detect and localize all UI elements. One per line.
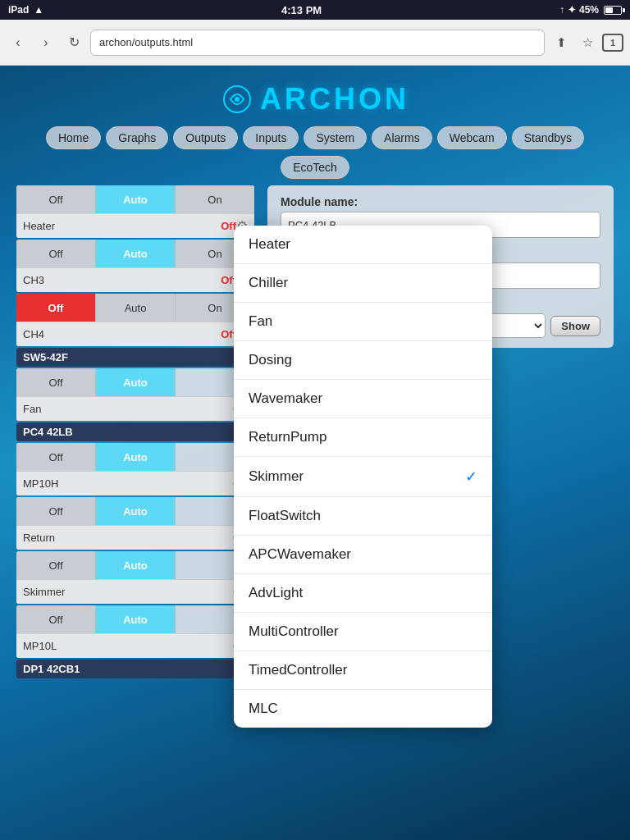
nav: Home Graphs Outputs Inputs System Alarms… bbox=[16, 126, 614, 149]
channel-controls-ch4: Off Auto On bbox=[16, 294, 254, 322]
dropdown-item-skimmer[interactable]: Skimmer ✓ bbox=[234, 457, 492, 497]
mp10l-auto-btn[interactable]: Auto bbox=[96, 605, 176, 633]
return-auto-btn[interactable]: Auto bbox=[96, 497, 176, 525]
channel-list: Off Auto On Heater Off ⚙ Off Auto bbox=[16, 185, 254, 678]
ch4-name: CH4 bbox=[23, 328, 221, 340]
bluetooth-icon: ✦ bbox=[568, 4, 576, 16]
logo-icon bbox=[221, 83, 253, 116]
tab-count[interactable]: 1 bbox=[602, 34, 623, 52]
dropdown-item-wavemaker[interactable]: Wavemaker bbox=[234, 380, 492, 418]
mp10l-info-row: MP10L On bbox=[16, 633, 254, 658]
skimmer-info-row: Skimmer On bbox=[16, 579, 254, 604]
mp10h-auto-btn[interactable]: Auto bbox=[96, 443, 176, 471]
browser-chrome: ‹ › ↻ archon/outputs.html ⬆ ☆ 1 bbox=[0, 20, 630, 66]
mp10h-info-row: MP10H On bbox=[16, 471, 254, 495]
dropdown-item-timedcontroller[interactable]: TimedController bbox=[234, 651, 492, 690]
dropdown-item-chiller[interactable]: Chiller bbox=[234, 264, 492, 303]
section-pc4: PC4 42LB bbox=[16, 422, 254, 441]
fan-auto-btn[interactable]: Auto bbox=[96, 368, 176, 396]
dropdown-label-apcwavemaker: APCWavemaker bbox=[249, 546, 351, 563]
fan-info-row: Fan On bbox=[16, 396, 254, 421]
signal-icon: ↑ bbox=[559, 4, 564, 16]
channel-controls-mp10l: Off Auto bbox=[16, 605, 254, 633]
return-off-btn[interactable]: Off bbox=[16, 497, 96, 525]
channel-controls-skimmer: Off Auto bbox=[16, 551, 254, 579]
ch3-info-row: CH3 Off ⚙ bbox=[16, 267, 254, 292]
heater-name: Heater bbox=[23, 220, 221, 232]
heater-auto-btn[interactable]: Auto bbox=[96, 185, 176, 213]
ch4-off-btn[interactable]: Off bbox=[16, 294, 96, 322]
wifi-icon: ▲ bbox=[34, 4, 43, 16]
fan-name: Fan bbox=[23, 403, 233, 415]
nav-standbys[interactable]: Standbys bbox=[512, 126, 584, 149]
address-bar[interactable]: archon/outputs.html bbox=[90, 30, 545, 56]
section-sw5: SW5-42F bbox=[16, 348, 254, 367]
dropdown-label-wavemaker: Wavemaker bbox=[249, 390, 322, 407]
dropdown-item-mlc[interactable]: MLC bbox=[234, 690, 492, 728]
back-button[interactable]: ‹ bbox=[7, 31, 30, 54]
dropdown-label-dosing: Dosing bbox=[249, 352, 292, 368]
dropdown-label-skimmer: Skimmer bbox=[249, 468, 304, 485]
dropdown-label-chiller: Chiller bbox=[249, 275, 288, 291]
nav-home[interactable]: Home bbox=[46, 126, 101, 149]
ch3-off-btn[interactable]: Off bbox=[16, 240, 96, 267]
share-button[interactable]: ⬆ bbox=[550, 31, 573, 54]
section-dp1: DP1 42CB1 bbox=[16, 660, 254, 678]
channel-controls-return: Off Auto bbox=[16, 497, 254, 525]
dropdown-item-floatswitch[interactable]: FloatSwitch bbox=[234, 497, 492, 536]
dropdown-item-heater[interactable]: Heater bbox=[234, 226, 492, 264]
status-bar: iPad ▲ 4:13 PM ↑ ✦ 45% bbox=[0, 0, 630, 20]
heater-on-btn[interactable]: On bbox=[176, 185, 254, 213]
ch3-auto-btn[interactable]: Auto bbox=[96, 240, 176, 267]
dropdown-label-floatswitch: FloatSwitch bbox=[249, 508, 321, 524]
skimmer-auto-btn[interactable]: Auto bbox=[96, 551, 176, 579]
battery-icon bbox=[604, 6, 622, 15]
module-name-label: Module name: bbox=[281, 195, 600, 208]
show-button[interactable]: Show bbox=[550, 316, 600, 336]
dropdown-item-multicontroller[interactable]: MultiController bbox=[234, 613, 492, 651]
channel-controls-mp10h: Off Auto bbox=[16, 443, 254, 471]
battery-label: 45% bbox=[579, 4, 599, 16]
nav-inputs[interactable]: Inputs bbox=[243, 126, 299, 149]
nav-webcam[interactable]: Webcam bbox=[437, 126, 507, 149]
dropdown-label-timedcontroller: TimedController bbox=[249, 662, 347, 678]
bookmark-button[interactable]: ☆ bbox=[576, 31, 599, 54]
mp10l-name: MP10L bbox=[23, 640, 233, 652]
nav-outputs[interactable]: Outputs bbox=[173, 126, 238, 149]
channel-controls-fan: Off Auto bbox=[16, 368, 254, 396]
nav-system[interactable]: System bbox=[304, 126, 367, 149]
dropdown-item-advlight[interactable]: AdvLight bbox=[234, 574, 492, 613]
channel-row-skimmer: Off Auto Skimmer On bbox=[16, 551, 254, 604]
dropdown-label-advlight: AdvLight bbox=[249, 585, 303, 601]
status-right: ↑ ✦ 45% bbox=[559, 4, 622, 16]
fan-off-btn[interactable]: Off bbox=[16, 368, 96, 396]
nav-ecotech[interactable]: EcoTech bbox=[281, 156, 349, 179]
dropdown-item-returnpump[interactable]: ReturnPump bbox=[234, 418, 492, 457]
forward-button[interactable]: › bbox=[34, 31, 57, 54]
nav-graphs[interactable]: Graphs bbox=[106, 126, 168, 149]
header: ARCHON bbox=[16, 74, 614, 121]
url-text: archon/outputs.html bbox=[99, 36, 193, 48]
dropdown-item-fan[interactable]: Fan bbox=[234, 303, 492, 341]
dropdown-label-returnpump: ReturnPump bbox=[249, 429, 326, 445]
heater-off-btn[interactable]: Off bbox=[16, 185, 96, 213]
mp10h-name: MP10H bbox=[23, 477, 233, 490]
nav-alarms[interactable]: Alarms bbox=[372, 126, 432, 149]
ch4-info-row: CH4 Off ⚙ bbox=[16, 322, 254, 346]
browser-actions: ⬆ ☆ 1 bbox=[550, 31, 623, 54]
dropdown-overlay: Heater Chiller Fan Dosing Wavemaker Retu… bbox=[234, 226, 492, 728]
ch4-auto-btn[interactable]: Auto bbox=[96, 294, 176, 322]
mp10l-off-btn[interactable]: Off bbox=[16, 605, 96, 633]
svg-point-1 bbox=[235, 97, 240, 102]
mp10h-off-btn[interactable]: Off bbox=[16, 443, 96, 471]
skimmer-off-btn[interactable]: Off bbox=[16, 551, 96, 579]
return-name: Return bbox=[23, 532, 233, 544]
logo-text: ARCHON bbox=[260, 82, 409, 116]
skimmer-name: Skimmer bbox=[23, 586, 233, 598]
dropdown-item-dosing[interactable]: Dosing bbox=[234, 341, 492, 380]
carrier-label: iPad bbox=[8, 4, 29, 16]
refresh-button[interactable]: ↻ bbox=[62, 31, 85, 54]
dropdown-item-apcwavemaker[interactable]: APCWavemaker bbox=[234, 536, 492, 574]
ch3-name: CH3 bbox=[23, 274, 221, 286]
channel-controls-heater: Off Auto On bbox=[16, 185, 254, 213]
